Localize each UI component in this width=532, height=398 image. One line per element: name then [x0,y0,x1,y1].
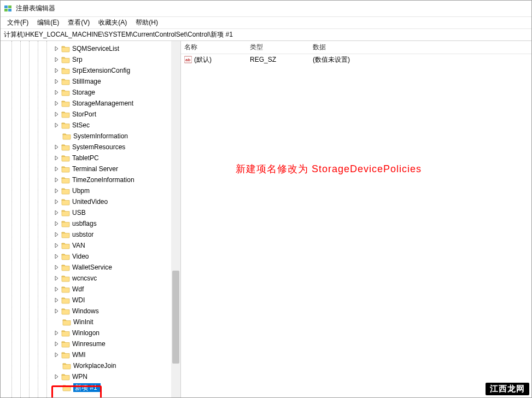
tree-item[interactable]: Winlogon [1,327,180,338]
tree-item[interactable]: Video [1,251,180,262]
tree-item[interactable]: usbstor [1,229,180,240]
chevron-right-icon[interactable] [54,308,60,314]
tree-item-label: usbflags [72,220,97,227]
menu-file[interactable]: 文件(F) [3,17,33,28]
folder-icon [61,220,70,227]
tree-item-label: WMI [72,351,86,359]
chevron-right-icon[interactable] [54,253,60,260]
value-type: REG_SZ [247,56,309,63]
tree-item[interactable]: Wdf [1,284,180,295]
value-name: (默认) [194,55,212,65]
tree-item-label: Video [72,253,89,260]
tree-item-label: Terminal Server [72,165,118,173]
tree-item[interactable]: StorPort [1,109,180,120]
chevron-right-icon[interactable] [54,67,60,74]
tree-item[interactable]: WPN [1,371,180,382]
chevron-right-icon[interactable] [54,166,60,172]
tree-item[interactable]: WalletService [1,262,180,273]
folder-icon [61,198,70,206]
chevron-right-icon[interactable] [54,330,60,336]
tree-item[interactable]: VAN [1,240,180,251]
value-row-default[interactable]: ab (默认) REG_SZ (数值未设置) [181,54,531,65]
tree-item[interactable]: WorkplaceJoin [1,360,180,371]
chevron-right-icon[interactable] [54,341,60,347]
chevron-right-icon[interactable] [54,275,60,282]
folder-icon [61,253,70,260]
tree-item[interactable]: Windows [1,306,180,317]
tree-scroll-thumb[interactable] [172,271,179,364]
tree-pane[interactable]: SQMServiceListSrpSrpExtensionConfigStill… [1,41,181,397]
chevron-right-icon[interactable] [54,89,60,96]
tree-item[interactable]: TabletPC [1,153,180,163]
folder-icon [61,165,70,173]
tree-item-label: WinInit [73,318,93,326]
tree-item-label: WDI [72,296,85,304]
tree-item[interactable]: Ubpm [1,185,180,196]
tree-item[interactable]: Terminal Server [1,163,180,174]
chevron-right-icon[interactable] [54,78,60,85]
chevron-right-icon[interactable] [54,155,60,161]
tree-item[interactable]: WDI [1,295,180,306]
tree-item[interactable]: SystemInformation [1,131,180,142]
tree-item-label: SystemResources [72,143,125,151]
chevron-right-icon[interactable] [54,144,60,150]
chevron-right-icon[interactable] [54,56,60,63]
values-pane[interactable]: 名称 类型 数据 ab (默认) REG_SZ (数值未设置) 新建 [181,41,531,397]
tree-item[interactable]: Srp [1,54,180,65]
chevron-right-icon[interactable] [54,242,60,249]
chevron-right-icon[interactable] [54,45,60,52]
addressbar[interactable]: 计算机\HKEY_LOCAL_MACHINE\SYSTEM\CurrentCon… [1,29,531,41]
tree-item[interactable]: UnitedVideo [1,196,180,207]
chevron-right-icon[interactable] [54,122,60,128]
chevron-right-icon[interactable] [54,209,60,216]
svg-rect-0 [4,5,8,8]
tree-item[interactable]: Winresume [1,338,180,349]
menu-edit[interactable]: 编辑(E) [33,17,63,28]
tree-item-label: TabletPC [72,154,99,162]
folder-icon [61,296,70,304]
tree-item[interactable]: StillImage [1,76,180,87]
tree-scrollbar[interactable] [171,41,180,397]
chevron-right-icon[interactable] [54,177,60,183]
tree-item[interactable]: WMI [1,349,180,360]
tree-item-label: StillImage [72,78,101,85]
folder-icon [62,132,71,140]
chevron-right-icon[interactable] [54,373,60,380]
chevron-right-icon[interactable] [54,286,60,292]
chevron-right-icon[interactable] [54,111,60,118]
menu-favorites[interactable]: 收藏夹(A) [94,17,131,28]
tree-item[interactable]: WinInit [1,317,180,327]
chevron-right-icon[interactable] [54,198,60,205]
tree-item[interactable]: wcncsvc [1,273,180,284]
chevron-right-icon[interactable] [54,188,60,194]
chevron-right-icon[interactable] [54,220,60,227]
svg-text:ab: ab [185,57,190,62]
chevron-right-icon[interactable] [54,264,60,271]
chevron-right-icon[interactable] [54,352,60,358]
tree-item[interactable]: TimeZoneInformation [1,174,180,185]
col-type[interactable]: 类型 [247,43,309,52]
tree-item[interactable]: SQMServiceList [1,43,180,54]
chevron-right-icon[interactable] [54,100,60,107]
rename-input[interactable] [73,383,101,392]
tree-item[interactable]: StSec [1,120,180,131]
folder-icon [61,340,70,348]
folder-icon [61,99,70,107]
watermark: 江西龙网 [486,383,529,395]
chevron-right-icon[interactable] [54,231,60,238]
svg-rect-2 [4,9,8,11]
tree-item-new-key[interactable] [1,382,180,393]
col-data[interactable]: 数据 [309,43,531,52]
tree-item[interactable]: USB [1,207,180,218]
menu-view[interactable]: 查看(V) [63,17,94,28]
menu-help[interactable]: 帮助(H) [131,17,162,28]
tree-item[interactable]: Storage [1,87,180,98]
tree-item[interactable]: StorageManagement [1,98,180,109]
tree-item[interactable]: SrpExtensionConfig [1,65,180,76]
col-name[interactable]: 名称 [181,43,247,52]
tree-item[interactable]: usbflags [1,218,180,229]
chevron-right-icon[interactable] [54,297,60,303]
tree-item[interactable]: SystemResources [1,142,180,153]
tree-item-label: Winlogon [72,329,100,337]
string-value-icon: ab [184,56,192,63]
